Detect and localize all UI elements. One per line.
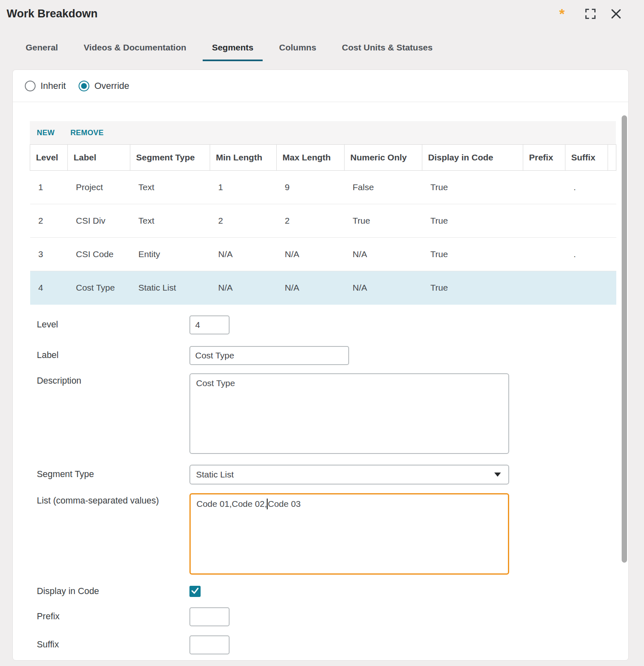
segment-type-select[interactable]: Static List — [189, 465, 509, 485]
segment-detail-form: Level Label Description Cost Type Segmen… — [30, 305, 628, 654]
maximize-button[interactable] — [584, 8, 596, 21]
cell-segment-type: Static List — [130, 271, 210, 305]
segments-table: Level Label Segment Type Min Length Max … — [30, 144, 616, 305]
description-row: Description Cost Type — [37, 373, 628, 454]
tab-segments[interactable]: Segments — [203, 43, 262, 61]
tab-cost-units-statuses[interactable]: Cost Units & Statuses — [333, 43, 442, 61]
list-textarea-focused[interactable]: Code 01,Code 02,Code 03 — [189, 493, 509, 575]
cell-segment-type: Text — [130, 171, 210, 204]
mode-radio-group: Inherit Override — [13, 70, 628, 102]
cell-max-length: 2 — [277, 204, 345, 238]
cell-label: CSI Code — [68, 238, 130, 271]
cell-numeric-only: N/A — [345, 271, 422, 305]
list-text-after-caret: Code 03 — [268, 499, 300, 508]
radio-unselected-icon — [25, 81, 36, 91]
cell-max-length: N/A — [277, 271, 345, 305]
suffix-row: Suffix — [37, 635, 628, 654]
cell-spacer — [608, 271, 616, 305]
prefix-row: Prefix — [37, 607, 628, 626]
fullscreen-icon — [584, 8, 596, 21]
cell-suffix: . — [565, 238, 608, 271]
label-label: Label — [37, 350, 189, 360]
cell-label: Project — [68, 171, 130, 204]
tab-videos-documentation[interactable]: Videos & Documentation — [74, 43, 195, 61]
segment-row[interactable]: 1 Project Text 1 9 False True . — [30, 171, 616, 204]
cell-segment-type: Text — [130, 204, 210, 238]
close-button[interactable] — [610, 8, 622, 21]
unsaved-changes-indicator: * — [559, 7, 565, 21]
grid-toolbar: NEW REMOVE — [30, 121, 616, 144]
close-icon — [610, 8, 622, 21]
suffix-input[interactable] — [189, 635, 230, 654]
segment-type-label: Segment Type — [37, 469, 189, 480]
label-input[interactable] — [189, 346, 349, 365]
segment-row[interactable]: 2 CSI Div Text 2 2 True True — [30, 204, 616, 238]
cell-min-length: N/A — [210, 271, 277, 305]
cell-numeric-only: True — [345, 204, 422, 238]
prefix-input[interactable] — [189, 607, 230, 626]
segment-row-selected[interactable]: 4 Cost Type Static List N/A N/A N/A True — [30, 271, 616, 305]
list-label: List (comma-separated values) — [37, 493, 189, 506]
cell-suffix — [565, 204, 608, 238]
prefix-label: Prefix — [37, 611, 189, 622]
dropdown-caret-icon — [494, 473, 501, 477]
list-text-before-caret: Code 01,Code 02, — [196, 499, 267, 508]
cell-numeric-only: False — [345, 171, 422, 204]
label-row: Label — [37, 346, 628, 365]
override-radio-label: Override — [94, 81, 129, 91]
cell-min-length: 1 — [210, 171, 277, 204]
column-header-spacer — [608, 145, 616, 171]
column-header-level: Level — [30, 145, 68, 171]
cell-prefix — [523, 204, 565, 238]
cell-spacer — [608, 238, 616, 271]
cell-min-length: 2 — [210, 204, 277, 238]
cell-spacer — [608, 171, 616, 204]
cell-level: 4 — [30, 271, 68, 305]
cell-level: 2 — [30, 204, 68, 238]
suffix-label: Suffix — [37, 640, 189, 650]
segment-row[interactable]: 3 CSI Code Entity N/A N/A N/A True . — [30, 238, 616, 271]
cell-level: 1 — [30, 171, 68, 204]
cell-display-in-code: True — [422, 238, 523, 271]
segment-type-selected-value: Static List — [196, 470, 234, 480]
display-in-code-label: Display in Code — [37, 586, 189, 597]
column-header-numeric-only: Numeric Only — [345, 145, 422, 171]
column-header-segment-type: Segment Type — [130, 145, 210, 171]
cell-label: CSI Div — [68, 204, 130, 238]
vertical-scrollbar-thumb[interactable] — [622, 115, 627, 563]
level-input[interactable] — [189, 315, 230, 334]
cell-prefix — [523, 271, 565, 305]
new-button[interactable]: NEW — [37, 129, 55, 137]
tab-columns[interactable]: Columns — [270, 43, 326, 61]
cell-level: 3 — [30, 238, 68, 271]
cell-spacer — [608, 204, 616, 238]
segments-panel: Inherit Override NEW REMOVE Level Label — [12, 69, 629, 661]
segment-type-row: Segment Type Static List — [37, 465, 628, 485]
inherit-radio-label: Inherit — [41, 81, 66, 91]
description-label: Description — [37, 373, 189, 386]
column-header-display-in-code: Display in Code — [422, 145, 523, 171]
column-header-min-length: Min Length — [210, 145, 277, 171]
table-header-row: Level Label Segment Type Min Length Max … — [30, 145, 616, 171]
cell-max-length: 9 — [277, 171, 345, 204]
column-header-label: Label — [68, 145, 130, 171]
list-row: List (comma-separated values) Code 01,Co… — [37, 493, 628, 575]
checkmark-icon — [191, 586, 199, 597]
cell-segment-type: Entity — [130, 238, 210, 271]
cell-suffix — [565, 271, 608, 305]
display-in-code-checkbox[interactable] — [189, 586, 201, 597]
cell-numeric-only: N/A — [345, 238, 422, 271]
override-radio[interactable]: Override — [79, 81, 129, 91]
dialog-titlebar: Work Breakdown * — [0, 0, 644, 26]
cell-prefix — [523, 171, 565, 204]
cell-min-length: N/A — [210, 238, 277, 271]
inherit-radio[interactable]: Inherit — [25, 81, 66, 91]
display-in-code-row: Display in Code — [37, 586, 628, 597]
tab-general[interactable]: General — [17, 43, 67, 61]
remove-button[interactable]: REMOVE — [70, 129, 103, 137]
description-textarea[interactable]: Cost Type — [189, 373, 509, 454]
cell-max-length: N/A — [277, 238, 345, 271]
level-row: Level — [37, 315, 628, 334]
segments-scroll-area: NEW REMOVE Level Label Segment Type Min … — [13, 102, 628, 654]
cell-display-in-code: True — [422, 271, 523, 305]
